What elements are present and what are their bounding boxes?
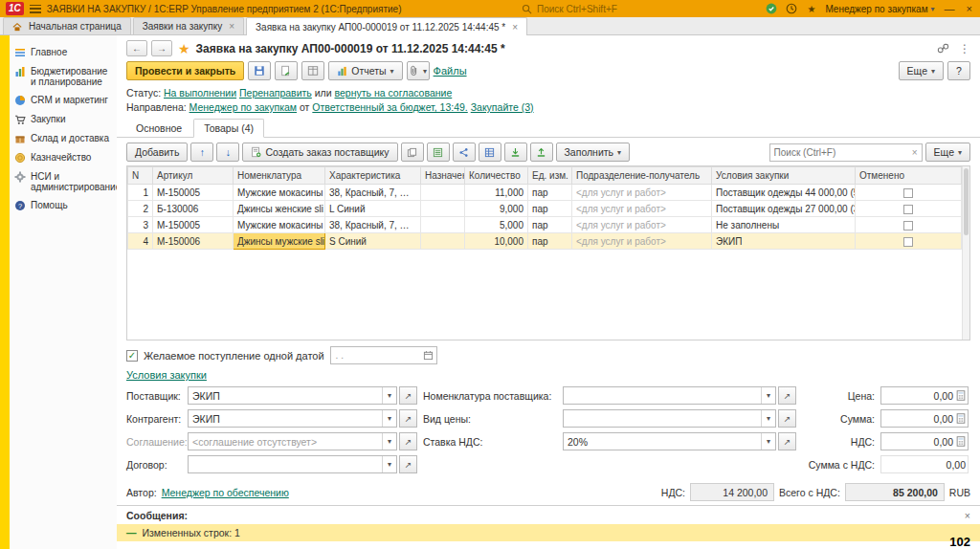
tab-requests-list[interactable]: Заявки на закупку × [133, 17, 244, 34]
load-button[interactable] [504, 143, 527, 162]
chevron-down-icon[interactable]: ▾ [382, 387, 396, 404]
agreement-open-button[interactable]: ↗ [399, 432, 417, 450]
cell-article[interactable]: Б-130006 [153, 201, 234, 217]
cell-terms[interactable]: ЭКИП [712, 233, 856, 250]
user-menu[interactable]: Менеджер по закупкам ▾ [825, 4, 934, 14]
chevron-down-icon[interactable]: ▾ [761, 387, 775, 404]
get-link-icon[interactable] [937, 42, 949, 55]
chevron-down-icon[interactable]: ▾ [382, 456, 396, 472]
calendar-icon[interactable] [423, 350, 434, 361]
calculator-icon[interactable] [956, 390, 966, 401]
close-tab-icon[interactable]: × [229, 21, 234, 32]
add-row-button[interactable]: Добавить [126, 143, 188, 162]
cancel-checkbox[interactable] [903, 237, 913, 247]
cell-qty[interactable]: 5,000 [465, 217, 528, 233]
contract-open-button[interactable]: ↗ [399, 455, 417, 473]
tab-osnovnoe[interactable]: Основное [126, 120, 191, 137]
history-icon[interactable] [785, 3, 797, 15]
cell-purpose[interactable] [421, 233, 465, 250]
more-button[interactable]: Еще ▾ [899, 61, 944, 80]
chevron-down-icon[interactable]: ▾ [761, 410, 775, 427]
column-header[interactable]: Условия закупки [712, 167, 856, 185]
clear-search-icon[interactable]: × [908, 147, 922, 158]
favorite-star-icon[interactable]: ★ [178, 41, 190, 56]
global-search[interactable]: Поиск Ctrl+Shift+F [521, 3, 617, 15]
list-settings-button[interactable] [427, 143, 450, 162]
cell-cancelled[interactable] [856, 217, 962, 233]
close-messages-icon[interactable]: × [965, 510, 970, 521]
column-header[interactable]: N [128, 167, 153, 185]
cell-characteristic[interactable]: 38, Красный, 7, … [325, 217, 421, 233]
cell-characteristic[interactable]: 38, Красный, 7, … [325, 185, 421, 201]
cell-purpose[interactable] [421, 217, 465, 233]
amount-field[interactable]: 0,00 [880, 409, 969, 428]
close-window-icon[interactable]: × [965, 3, 974, 14]
table-grid-button[interactable] [479, 143, 501, 162]
column-header[interactable]: Подразделение-получатель [572, 167, 712, 185]
cell-cancelled[interactable] [856, 233, 962, 250]
price-kind-open-button[interactable]: ↗ [778, 409, 796, 428]
supplier-field[interactable]: ЭКИП▾ [188, 386, 397, 405]
sidebar-item-help[interactable]: ? Помощь [10, 196, 117, 215]
minimize-icon[interactable]: — [943, 3, 957, 14]
cell-terms[interactable]: Не заполнены [712, 217, 856, 233]
sidebar-item-crm[interactable]: CRM и маркетинг [10, 91, 117, 110]
cell-terms[interactable]: Поставщик одежды 44 000,00 (52… [712, 185, 856, 201]
reports-button[interactable]: Отчеты ▾ [328, 61, 402, 80]
single-date-checkbox[interactable]: ✓ [126, 350, 138, 362]
desired-date-input[interactable]: . . [330, 346, 437, 364]
table-row[interactable]: 1М-150005Мужские мокасины38, Красный, 7,… [128, 185, 962, 201]
move-down-button[interactable]: ↓ [216, 143, 239, 162]
cell-dept[interactable]: <для услуг и работ> [572, 233, 712, 250]
cell-article[interactable]: М-150005 [153, 217, 234, 233]
forward-button[interactable]: → [151, 40, 172, 56]
dt-kt-button[interactable] [301, 61, 324, 80]
table-row[interactable]: 2Б-130006Джинсы женские sli…L Синий9,000… [128, 201, 962, 217]
redirect-link[interactable]: Перенаправить [239, 87, 312, 99]
column-header[interactable]: Номенклатура [234, 167, 325, 185]
cell-n[interactable]: 3 [128, 217, 153, 233]
cell-purpose[interactable] [421, 201, 465, 217]
author-link[interactable]: Менеджер по обеспечению [162, 487, 289, 498]
return-to-approval-link[interactable]: вернуть на согласование [335, 87, 453, 99]
sidebar-item-purchases[interactable]: Закупки [10, 110, 117, 129]
column-header[interactable]: Артикул [153, 167, 234, 185]
cell-cancelled[interactable] [856, 201, 962, 217]
post-and-close-button[interactable]: Провести и закрыть [126, 61, 244, 80]
attachments-button[interactable]: ▾ [407, 61, 430, 80]
cell-article[interactable]: М-150006 [153, 233, 234, 250]
sidebar-item-nsi-admin[interactable]: НСИ и администрирование [10, 167, 117, 196]
copy-row-button[interactable] [401, 143, 424, 162]
more-actions-icon[interactable]: ⋮ [959, 42, 970, 55]
vat-rate-open-button[interactable]: ↗ [778, 432, 796, 450]
table-scrollbar[interactable] [962, 166, 969, 340]
cell-nomenclature[interactable]: Мужские мокасины [234, 217, 325, 233]
sidebar-item-main[interactable]: Главное [10, 43, 117, 62]
routed-action-link[interactable]: Закупайте (3) [471, 101, 534, 113]
counterparty-field[interactable]: ЭКИП▾ [188, 409, 397, 428]
sidebar-item-treasury[interactable]: Казначейство [10, 148, 117, 167]
routed-from-link[interactable]: Ответственный за бюджет, 13:49. [312, 101, 467, 113]
files-link[interactable]: Файлы [434, 65, 467, 77]
column-header[interactable]: Ед. изм. [528, 167, 572, 185]
cell-unit[interactable]: пар [528, 201, 572, 217]
routed-to-link[interactable]: Менеджер по закупкам [189, 101, 298, 113]
purchase-terms-link[interactable]: Условия закупки [126, 369, 207, 381]
cell-qty[interactable]: 10,000 [465, 233, 528, 250]
agreement-field[interactable]: <соглашение отсутствует>▾ [188, 432, 397, 450]
column-header[interactable]: Назначение [421, 167, 465, 185]
cell-unit[interactable]: пар [528, 185, 572, 201]
cell-purpose[interactable] [421, 185, 465, 201]
items-more-button[interactable]: Еще ▾ [925, 143, 970, 162]
close-tab-icon[interactable]: × [512, 22, 518, 33]
cell-characteristic[interactable]: L Синий [325, 201, 421, 217]
move-up-button[interactable]: ↑ [190, 143, 213, 162]
fill-button[interactable]: Заполнить ▾ [556, 143, 631, 162]
table-row[interactable]: 4М-150006Джинсы мужские sli…S Синий10,00… [128, 233, 962, 250]
cell-nomenclature[interactable]: Джинсы мужские sli… [234, 233, 325, 250]
vat-rate-field[interactable]: 20%▾ [563, 432, 776, 450]
favorites-icon[interactable]: ★ [805, 3, 817, 15]
cell-nomenclature[interactable]: Мужские мокасины [234, 185, 325, 201]
chevron-down-icon[interactable]: ▾ [761, 433, 775, 450]
vat-field[interactable]: 0,00 [880, 432, 969, 450]
